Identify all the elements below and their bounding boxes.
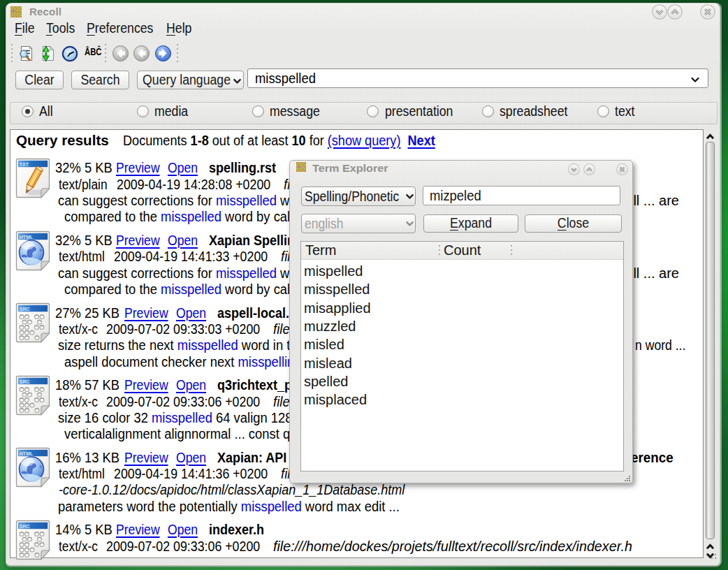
svg-text:HTML: HTML [20,451,34,456]
svg-text:SRC: SRC [20,379,30,383]
svg-text:SRC: SRC [20,307,30,312]
svg-text:SRC: SRC [20,524,30,529]
svg-text:HTML: HTML [20,234,34,239]
svg-text:TXT: TXT [20,162,29,167]
